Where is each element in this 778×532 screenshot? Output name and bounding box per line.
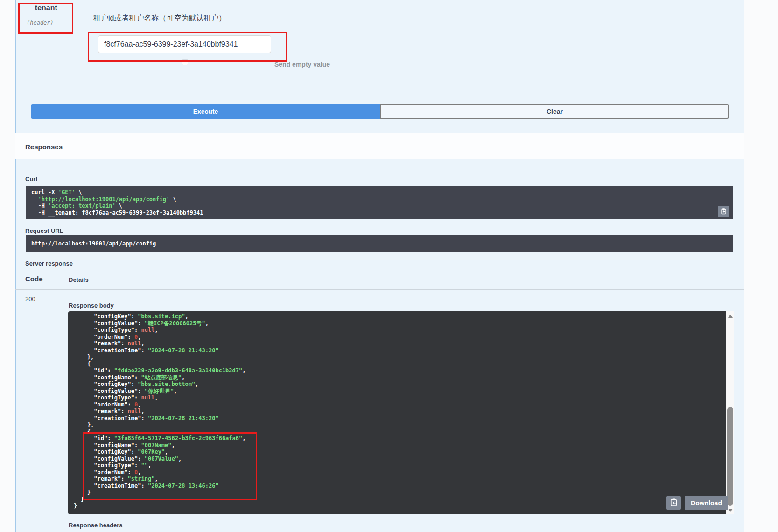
swagger-ui-screen: __tenant (header) 租户id或者租户名称（可空为默认租户） Se… [0,0,778,532]
triangle-down-icon[interactable] [728,509,733,512]
request-url-value: http://localhost:19001/api/app/config [31,240,156,247]
request-url-block: http://localhost:19001/api/app/config [26,235,733,252]
parameter-description: 租户id或者租户名称（可空为默认租户） [93,14,226,23]
curl-copy-button[interactable] [718,206,729,217]
server-response-label: Server response [25,260,73,267]
curl-label: Curl [25,175,37,182]
responses-section-header: Responses [15,133,744,159]
clipboard-copy-icon [669,498,678,508]
response-body-block: "configKey": "bbs.site.icp", "configValu… [68,311,734,514]
response-body-scrollbar[interactable] [726,311,734,514]
parameter-location: (header) [27,20,54,26]
curl-code: curl -X 'GET' \ 'http://localhost:19001/… [31,189,728,216]
curl-command-block: curl -X 'GET' \ 'http://localhost:19001/… [26,186,733,219]
details-column-header: Details [69,276,89,283]
scrollbar-thumb[interactable] [727,407,733,506]
execute-button[interactable]: Execute [31,104,380,119]
responses-title: Responses [25,143,63,151]
response-copy-button[interactable] [666,496,681,510]
clipboard-copy-icon [720,208,727,216]
clear-button[interactable]: Clear [380,104,729,119]
response-headers-label: Response headers [69,522,123,529]
response-body-code: "configKey": "bbs.site.icp", "configValu… [74,313,734,510]
code-column-header: Code [25,275,43,283]
send-empty-value-checkbox[interactable] [182,59,188,65]
tenant-input[interactable] [98,35,271,53]
request-url-label: Request URL [25,227,63,234]
parameter-name: __tenant [27,4,57,12]
send-empty-value-label: Send empty value [274,61,330,68]
response-table-divider [15,289,744,290]
download-button[interactable]: Download [685,496,728,510]
triangle-up-icon[interactable] [728,315,733,318]
status-code: 200 [25,295,35,302]
response-body-label: Response body [69,302,114,309]
